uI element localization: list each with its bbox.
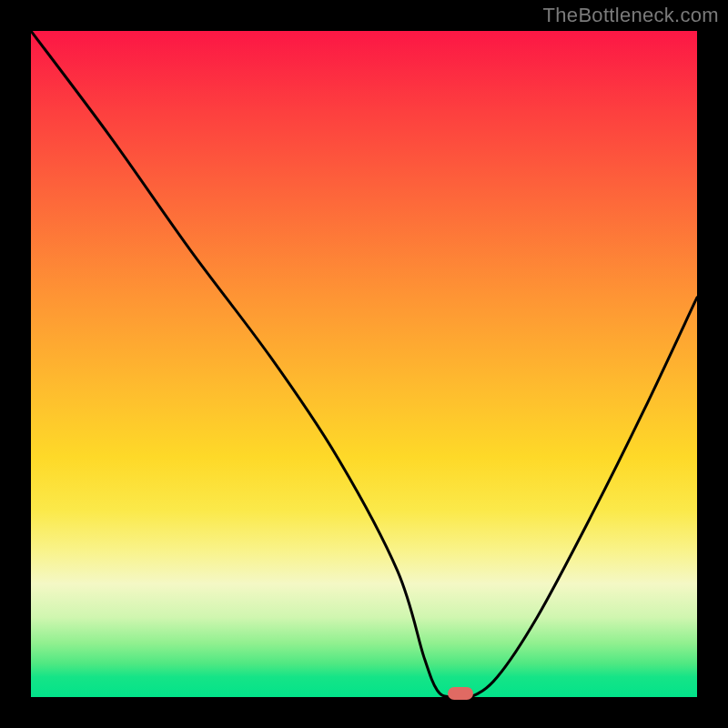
curve-svg bbox=[31, 31, 697, 697]
plot-area bbox=[31, 31, 697, 697]
bottleneck-curve-path bbox=[31, 31, 697, 697]
min-marker bbox=[448, 687, 473, 700]
watermark-text: TheBottleneck.com bbox=[543, 4, 719, 27]
chart-frame: TheBottleneck.com bbox=[0, 0, 728, 728]
